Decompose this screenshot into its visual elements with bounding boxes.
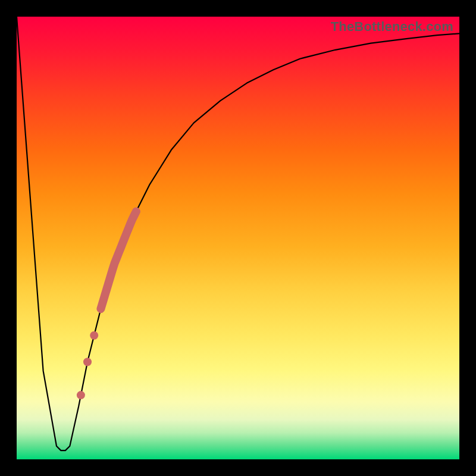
highlight-dot (90, 331, 98, 340)
highlight-dots (77, 331, 98, 399)
highlight-dot (77, 391, 85, 399)
chart-svg (17, 17, 459, 459)
plot-area: TheBottleneck.com (17, 17, 459, 459)
highlight-dot (83, 358, 92, 366)
chart-frame: TheBottleneck.com (0, 0, 476, 476)
bottleneck-curve (17, 17, 459, 450)
highlight-band (101, 211, 136, 309)
